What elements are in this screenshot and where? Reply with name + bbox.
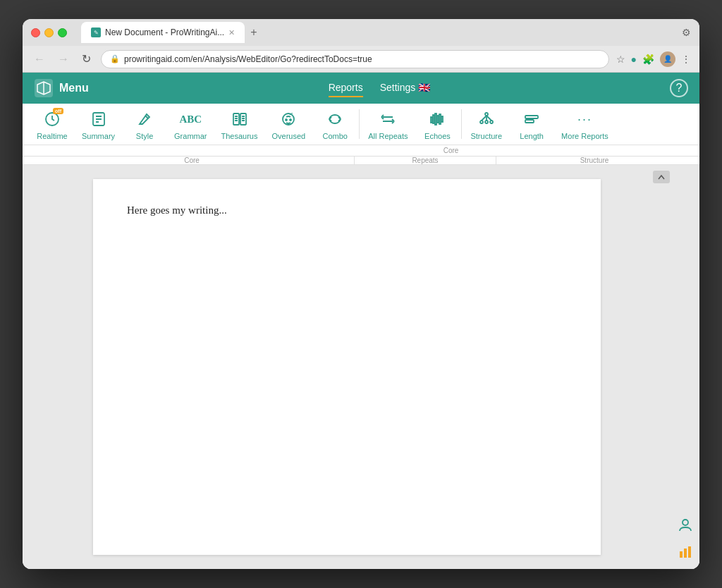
svg-rect-34: [525, 116, 538, 118]
new-tab-button[interactable]: +: [247, 26, 259, 39]
summary-icon: [91, 109, 106, 129]
report-thesaurus[interactable]: Thesaurus: [214, 104, 265, 145]
nav-reports[interactable]: Reports: [329, 79, 363, 97]
svg-point-29: [485, 121, 488, 123]
off-badge: off: [53, 108, 63, 114]
echoes-icon: [429, 109, 445, 129]
overused-label: Overused: [272, 132, 306, 140]
report-summary[interactable]: Summary: [75, 104, 122, 145]
svg-line-33: [487, 116, 491, 121]
overused-icon: [281, 109, 296, 129]
toolbar-nav: Reports Settings 🇬🇧: [103, 79, 656, 97]
report-style[interactable]: Style: [122, 104, 167, 145]
help-button[interactable]: ?: [670, 79, 688, 97]
browser-menu-icon[interactable]: ⚙: [682, 27, 691, 38]
browser-window: ✎ New Document - ProWritingAi... ✕ + ⚙ ←…: [23, 19, 699, 569]
analytics-button[interactable]: [674, 541, 697, 563]
svg-rect-38: [680, 551, 683, 558]
user-avatar[interactable]: 👤: [660, 51, 675, 67]
svg-rect-24: [437, 116, 439, 123]
structure-section-label: Structure: [496, 157, 692, 164]
report-realtime[interactable]: off Realtime: [30, 104, 75, 145]
content-area: Here goes my writing...: [23, 165, 699, 569]
svg-rect-35: [525, 120, 534, 123]
structure-icon: [479, 109, 494, 129]
title-bar: ✎ New Document - ProWritingAi... ✕ + ⚙: [23, 19, 699, 46]
thesaurus-icon: [232, 109, 247, 129]
user-profile-button[interactable]: [674, 514, 697, 537]
forward-button[interactable]: →: [55, 51, 72, 67]
traffic-lights: [31, 28, 67, 37]
back-button[interactable]: ←: [31, 51, 48, 67]
url-text: prowritingaid.com/en/Analysis/WebEditor/…: [124, 54, 372, 64]
svg-line-31: [482, 116, 487, 121]
active-tab[interactable]: ✎ New Document - ProWritingAi... ✕: [81, 22, 245, 43]
svg-rect-39: [684, 549, 687, 558]
tab-close-button[interactable]: ✕: [228, 28, 235, 37]
fullscreen-window-button[interactable]: [58, 28, 67, 37]
tab-favicon-icon: ✎: [91, 27, 101, 37]
lock-icon: 🔒: [110, 54, 120, 63]
app-toolbar: Menu Reports Settings 🇬🇧 ?: [23, 73, 699, 104]
realtime-label: Realtime: [37, 132, 67, 140]
minimize-window-button[interactable]: [44, 28, 54, 37]
style-label: Style: [136, 132, 153, 140]
grammar-icon: ABC: [179, 109, 202, 129]
bookmark-icon[interactable]: ☆: [616, 54, 625, 65]
svg-point-30: [490, 121, 493, 123]
combo-label: Combo: [322, 132, 347, 140]
svg-point-37: [683, 520, 688, 525]
svg-rect-40: [688, 546, 691, 558]
right-sidebar: [671, 165, 699, 569]
svg-rect-25: [439, 114, 441, 124]
puzzle-icon[interactable]: 🧩: [642, 54, 654, 65]
svg-rect-21: [431, 117, 432, 123]
app-area: Menu Reports Settings 🇬🇧 ? off Realtime: [23, 73, 699, 569]
report-echoes[interactable]: Echoes: [415, 104, 460, 145]
section-divider-1: [359, 109, 360, 139]
svg-point-27: [485, 113, 488, 116]
more-options-icon[interactable]: ⋮: [681, 54, 691, 65]
refresh-button[interactable]: ↻: [79, 51, 94, 67]
report-grammar[interactable]: ABC Grammar: [167, 104, 214, 145]
nav-settings[interactable]: Settings 🇬🇧: [380, 79, 430, 97]
combo-icon: [327, 109, 343, 129]
svg-rect-10: [240, 114, 246, 125]
length-label: Length: [520, 132, 544, 140]
report-structure[interactable]: Structure: [463, 104, 509, 145]
summary-label: Summary: [82, 132, 115, 140]
document-content[interactable]: Here goes my writing...: [127, 202, 567, 219]
sidebar-bottom: [674, 514, 697, 563]
scroll-up-button[interactable]: [653, 171, 670, 183]
app-logo: Menu: [34, 78, 89, 98]
style-icon: [137, 109, 152, 129]
svg-point-19: [286, 119, 287, 121]
section-labels: Core Repeats Structure: [23, 157, 699, 165]
realtime-icon: off: [44, 109, 61, 129]
close-window-button[interactable]: [31, 28, 40, 37]
grammar-label: Grammar: [174, 132, 207, 140]
report-all-repeats[interactable]: All Repeats: [361, 104, 415, 145]
document-area[interactable]: Here goes my writing...: [23, 165, 671, 569]
report-more[interactable]: ··· More Reports: [554, 104, 616, 145]
report-length[interactable]: Length: [509, 104, 554, 145]
svg-point-28: [480, 121, 483, 123]
address-actions: ☆ ● 🧩 👤 ⋮: [616, 51, 691, 67]
more-reports-icon: ···: [577, 109, 592, 129]
echoes-label: Echoes: [424, 132, 451, 140]
document-paper[interactable]: Here goes my writing...: [93, 179, 601, 555]
svg-rect-23: [435, 114, 436, 125]
tab-title: New Document - ProWritingAi...: [105, 27, 224, 37]
svg-rect-9: [233, 114, 239, 125]
url-bar[interactable]: 🔒 prowritingaid.com/en/Analysis/WebEdito…: [101, 50, 609, 68]
tab-bar: ✎ New Document - ProWritingAi... ✕ +: [81, 22, 260, 43]
extension-icon[interactable]: ●: [631, 54, 637, 65]
app-menu-label[interactable]: Menu: [59, 82, 89, 94]
logo-icon: [34, 78, 54, 98]
report-combo[interactable]: Combo: [312, 104, 357, 145]
svg-rect-26: [441, 116, 443, 122]
repeats-section-label: Repeats: [355, 157, 496, 164]
report-overused[interactable]: Overused: [265, 104, 313, 145]
all-repeats-icon: [380, 109, 396, 129]
svg-point-20: [290, 119, 291, 121]
